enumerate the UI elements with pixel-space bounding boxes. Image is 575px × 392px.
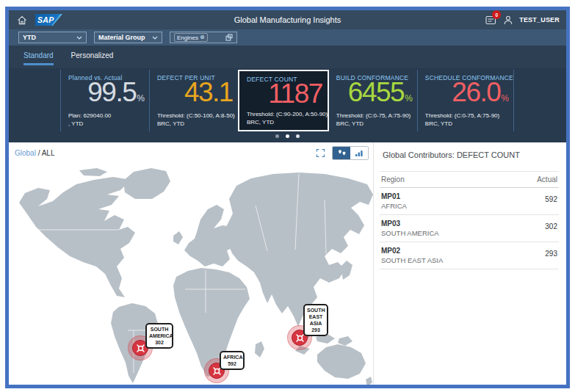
map-view-button[interactable] bbox=[333, 147, 350, 159]
map-pins-icon bbox=[337, 149, 347, 157]
kpi-tile-build-conformance[interactable]: BUILD CONFORMANCE 6455% Threshold: (C:0-… bbox=[329, 70, 417, 131]
sap-logo-text: SAP bbox=[35, 15, 54, 24]
breadcrumb: Global / ALL bbox=[15, 149, 55, 157]
filter-token-text: Engines bbox=[177, 35, 198, 41]
carousel-dot[interactable] bbox=[275, 134, 279, 138]
kpi-tile-schedule-conformance[interactable]: SCHEDULE CONFORMANCE 26.0% Threshold: (C… bbox=[417, 70, 514, 131]
kpi-tile-defect-per-unit[interactable]: DEFECT PER UNIT 43.1 Threshold: (C:50-10… bbox=[149, 70, 238, 131]
map-label-south-america[interactable]: SOUTH AMERICA 302 bbox=[145, 323, 173, 349]
table-row[interactable]: MP03 SOUTH AMERICA 302 bbox=[380, 215, 559, 242]
period-select-value: YTD bbox=[23, 34, 36, 41]
map-label-south-east-asia[interactable]: SOUTH EAST ASIA 293 bbox=[303, 304, 328, 336]
kpi-value: 1187 bbox=[268, 80, 322, 108]
view-tabs: Standard Personalized bbox=[9, 46, 566, 68]
kpi-value: 26.0 bbox=[452, 79, 500, 106]
view-switch bbox=[332, 146, 369, 160]
chevron-down-icon bbox=[152, 36, 158, 40]
home-icon bbox=[17, 15, 27, 25]
sap-logo: SAP bbox=[35, 14, 62, 26]
filter-token: Engines ⊗ bbox=[174, 33, 208, 42]
kpi-unit: % bbox=[501, 90, 509, 106]
filter-bar: YTD Material Group Engines ⊗ bbox=[9, 29, 566, 46]
token-remove-icon[interactable]: ⊗ bbox=[200, 35, 205, 40]
kpi-tile-defect-count[interactable]: DEFECT COUNT 1187 Threshold: (C:90-200, … bbox=[238, 70, 329, 131]
kpi-subtitle: BRC, YTD bbox=[247, 118, 328, 126]
tab-standard[interactable]: Standard bbox=[23, 51, 54, 65]
row-region: SOUTH EAST ASIA bbox=[381, 255, 557, 265]
kpi-value: 43.1 bbox=[184, 79, 233, 106]
notifications-button[interactable]: 0 bbox=[485, 15, 497, 25]
contributors-title: Global Contributors: DEFECT COUNT bbox=[383, 150, 566, 159]
user-name[interactable]: TEST_USER bbox=[519, 16, 560, 23]
kpi-subtitle: BRC, YTD bbox=[157, 120, 235, 128]
world-map-continents bbox=[9, 163, 373, 385]
table-row[interactable]: MP01 AFRICA 592 bbox=[380, 188, 559, 215]
map-toolbar: Global / ALL bbox=[9, 142, 373, 163]
fullscreen-icon[interactable] bbox=[316, 148, 325, 158]
carousel-dot[interactable] bbox=[296, 134, 300, 138]
kpi-subtitle: Threshold: (C:50-100, A:8-50) bbox=[157, 112, 235, 120]
contributors-panel: Global Contributors: DEFECT COUNT Region… bbox=[373, 142, 566, 385]
kpi-subtitle: Threshold: (C:0-75, A:75-90) bbox=[425, 112, 499, 120]
home-button[interactable] bbox=[15, 13, 29, 26]
kpi-value: 99.5 bbox=[87, 79, 136, 106]
map-label-africa[interactable]: AFRICA 592 bbox=[220, 351, 245, 370]
kpi-value: 6455 bbox=[348, 79, 404, 106]
kpi-subtitle: Plan: 629040.00 bbox=[68, 112, 111, 120]
table-header: Region Actual bbox=[380, 171, 559, 188]
contributors-table: Region Actual MP01 AFRICA 592 MP03 SOUTH… bbox=[380, 171, 559, 269]
row-actual: 592 bbox=[545, 195, 557, 203]
column-header-actual: Actual bbox=[537, 175, 557, 184]
period-select[interactable]: YTD bbox=[18, 32, 87, 43]
chart-view-button[interactable] bbox=[350, 147, 368, 159]
app-window: SAP Global Manufacturing Insights 0 TEST… bbox=[5, 7, 570, 388]
carousel-dot[interactable] bbox=[286, 134, 289, 138]
kpi-tile-planned-vs-actual[interactable]: Planned vs. Actual 99.5% Plan: 629040.00… bbox=[60, 70, 149, 131]
kpi-unit: % bbox=[405, 90, 413, 106]
column-header-region: Region bbox=[381, 175, 405, 184]
world-map[interactable]: SOUTH AMERICA 302 AFRICA 592 SOUTH EAST … bbox=[9, 163, 373, 385]
row-region: SOUTH AMERICA bbox=[381, 228, 557, 238]
bar-chart-icon bbox=[355, 149, 364, 157]
table-row[interactable]: MP02 SOUTH EAST ASIA 293 bbox=[380, 242, 559, 269]
user-icon bbox=[504, 15, 513, 25]
row-actual: 302 bbox=[545, 222, 557, 231]
tab-personalized[interactable]: Personalized bbox=[71, 51, 114, 63]
row-code: MP01 bbox=[381, 192, 557, 201]
breadcrumb-current: / ALL bbox=[38, 149, 55, 157]
kpi-subtitle: , YTD bbox=[68, 120, 111, 128]
kpi-carousel: Planned vs. Actual 99.5% Plan: 629040.00… bbox=[9, 68, 566, 142]
kpi-subtitle: BRC, YTD bbox=[336, 120, 411, 128]
chevron-down-icon bbox=[76, 36, 82, 40]
breadcrumb-link-global[interactable]: Global bbox=[15, 149, 36, 157]
kpi-subtitle: BRC, YTD bbox=[425, 120, 499, 128]
row-code: MP03 bbox=[381, 219, 557, 228]
app-title: Global Manufacturing Insights bbox=[9, 15, 566, 24]
material-group-select-value: Material Group bbox=[98, 34, 145, 41]
kpi-unit: % bbox=[137, 90, 145, 106]
row-code: MP02 bbox=[381, 246, 557, 255]
detail-area: Global / ALL bbox=[9, 142, 566, 385]
material-filter-input[interactable]: Engines ⊗ bbox=[170, 32, 237, 43]
value-help-icon[interactable] bbox=[225, 34, 233, 41]
row-actual: 293 bbox=[545, 250, 557, 258]
material-group-select[interactable]: Material Group bbox=[94, 32, 162, 43]
row-region: AFRICA bbox=[381, 201, 557, 211]
carousel-pagination bbox=[9, 134, 566, 138]
notification-badge: 0 bbox=[492, 10, 501, 19]
shell-header: SAP Global Manufacturing Insights 0 TEST… bbox=[9, 10, 566, 29]
kpi-subtitle: Threshold: (C:90-200, A:50-90) bbox=[247, 110, 328, 118]
kpi-subtitle: Threshold: (C:0-75, A:75-90) bbox=[336, 112, 411, 120]
